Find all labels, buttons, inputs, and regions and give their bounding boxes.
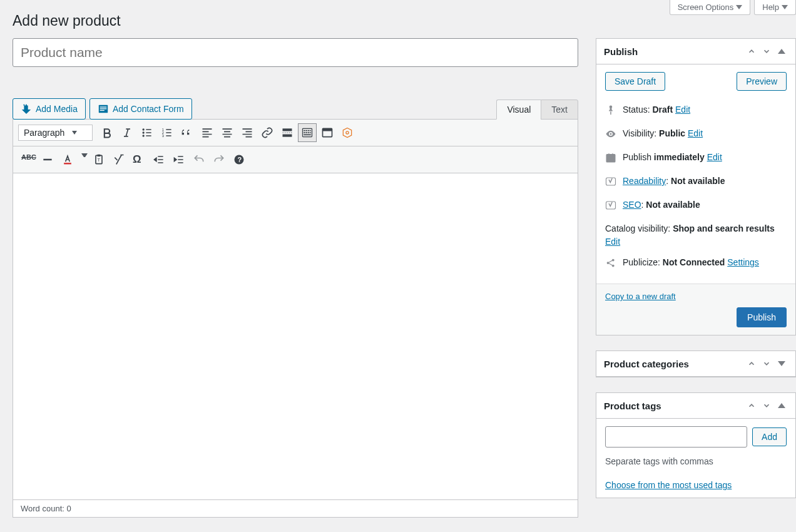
color-dropdown-icon[interactable]	[78, 150, 88, 169]
publish-box: Publish Save Draft Preview	[596, 38, 796, 335]
svg-rect-27	[98, 155, 101, 156]
move-up-icon[interactable]	[745, 45, 758, 58]
publish-box-title: Publish	[604, 46, 638, 57]
help-button[interactable]: Help	[754, 0, 796, 15]
svg-rect-10	[283, 128, 292, 131]
collapse-toggle-icon[interactable]	[775, 45, 788, 58]
screen-options-button[interactable]: Screen Options	[670, 0, 751, 15]
page-title: Add new product	[13, 13, 796, 29]
italic-button[interactable]	[118, 123, 136, 142]
readability-link[interactable]: Readability	[623, 176, 666, 186]
svg-point-37	[612, 265, 615, 267]
svg-rect-18	[306, 132, 308, 133]
tags-box-title: Product tags	[604, 401, 661, 411]
chevron-down-icon	[782, 5, 788, 9]
media-icon	[21, 103, 32, 115]
svg-rect-17	[304, 132, 306, 133]
svg-text:?: ?	[238, 156, 242, 163]
tags-input[interactable]	[605, 426, 747, 448]
collapse-toggle-icon[interactable]	[775, 357, 788, 370]
svg-rect-19	[308, 132, 310, 133]
svg-rect-20	[310, 132, 312, 133]
fullscreen-button[interactable]	[318, 123, 337, 142]
tab-visual[interactable]: Visual	[496, 100, 541, 120]
svg-rect-14	[306, 130, 308, 131]
word-count: Word count: 0	[13, 500, 578, 518]
hr-button[interactable]	[38, 150, 57, 169]
product-tags-box: Product tags Add Separate tags with comm…	[596, 392, 796, 498]
move-up-icon[interactable]	[745, 357, 758, 370]
add-contact-form-label: Add Contact Form	[113, 104, 184, 114]
edit-catalog-link[interactable]: Edit	[605, 237, 620, 247]
yoast-icon	[605, 176, 616, 191]
svg-rect-3	[100, 110, 105, 111]
number-list-button[interactable]: 123	[158, 123, 176, 142]
copy-draft-link[interactable]: Copy to a new draft	[605, 292, 676, 301]
outdent-button[interactable]	[150, 150, 168, 169]
svg-point-31	[610, 133, 612, 135]
align-center-button[interactable]	[218, 123, 237, 142]
product-categories-box: Product categories	[596, 350, 796, 377]
add-tag-button[interactable]: Add	[752, 427, 787, 446]
svg-point-35	[607, 262, 610, 264]
insert-more-button[interactable]	[278, 123, 297, 142]
product-name-input[interactable]	[13, 38, 578, 67]
calendar-icon	[605, 152, 616, 167]
tags-hint: Separate tags with commas	[605, 456, 787, 466]
edit-status-link[interactable]: Edit	[675, 105, 690, 115]
add-media-button[interactable]: Add Media	[13, 98, 86, 120]
align-right-button[interactable]	[238, 123, 257, 142]
editor-content-area[interactable]	[13, 173, 578, 500]
edit-visibility-link[interactable]: Edit	[688, 128, 703, 138]
svg-rect-15	[308, 130, 310, 131]
align-left-button[interactable]	[198, 123, 217, 142]
move-down-icon[interactable]	[760, 399, 773, 412]
add-media-label: Add Media	[36, 104, 78, 114]
svg-rect-1	[100, 106, 107, 107]
seo-link[interactable]: SEO	[623, 200, 641, 210]
screen-options-label: Screen Options	[678, 3, 734, 12]
svg-text:3: 3	[162, 134, 164, 138]
paste-text-button[interactable]: T	[89, 150, 108, 169]
eye-icon	[605, 128, 616, 143]
indent-button[interactable]	[170, 150, 188, 169]
tab-text[interactable]: Text	[541, 100, 578, 120]
bullet-list-button[interactable]	[138, 123, 156, 142]
move-down-icon[interactable]	[760, 357, 773, 370]
svg-rect-2	[100, 108, 107, 109]
svg-rect-16	[310, 130, 312, 131]
svg-rect-25	[64, 163, 71, 165]
redo-button[interactable]	[210, 150, 228, 169]
move-up-icon[interactable]	[745, 399, 758, 412]
collapse-toggle-icon[interactable]	[775, 399, 788, 412]
svg-point-36	[612, 259, 615, 262]
blockquote-button[interactable]	[178, 123, 196, 142]
publish-button[interactable]: Publish	[737, 307, 787, 327]
special-char-button[interactable]: Ω	[130, 150, 148, 169]
move-down-icon[interactable]	[760, 45, 773, 58]
undo-button[interactable]	[190, 150, 208, 169]
text-color-button[interactable]	[58, 150, 77, 169]
preview-button[interactable]: Preview	[737, 72, 787, 91]
svg-rect-32	[606, 155, 615, 162]
add-contact-form-button[interactable]: Add Contact Form	[89, 98, 192, 120]
bold-button[interactable]	[98, 123, 116, 142]
svg-rect-21	[304, 135, 312, 136]
pin-icon	[605, 105, 616, 120]
publicize-settings-link[interactable]: Settings	[727, 257, 759, 267]
toolbar-toggle-button[interactable]	[298, 123, 317, 142]
yoast-icon	[605, 200, 616, 215]
strikethrough-button[interactable]: ABC	[18, 150, 37, 169]
form-icon	[98, 103, 109, 115]
link-button[interactable]	[258, 123, 277, 142]
clear-format-button[interactable]	[110, 150, 128, 169]
choose-most-used-tags-link[interactable]: Choose from the most used tags	[605, 480, 732, 490]
save-draft-button[interactable]: Save Draft	[605, 72, 665, 91]
edit-publish-date-link[interactable]: Edit	[707, 152, 722, 162]
svg-point-24	[346, 131, 349, 134]
format-select[interactable]: Paragraph	[18, 125, 93, 141]
svg-rect-23	[323, 128, 332, 131]
woo-button[interactable]	[338, 123, 357, 142]
svg-point-5	[143, 131, 145, 133]
help-icon-button[interactable]: ?	[230, 150, 248, 169]
